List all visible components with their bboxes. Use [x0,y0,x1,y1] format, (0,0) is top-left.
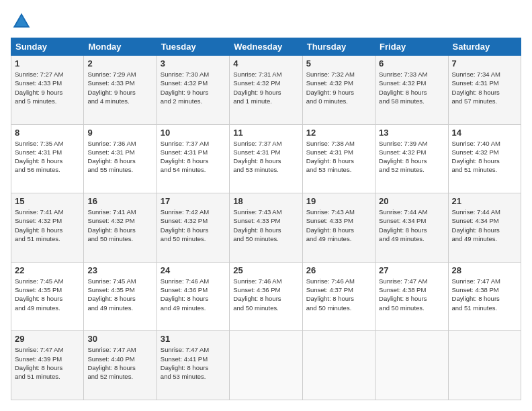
calendar-header-cell: Sunday [11,38,84,56]
day-number: 22 [15,265,80,275]
calendar-cell: 18Sunrise: 7:43 AM Sunset: 4:33 PM Dayli… [230,193,302,263]
day-info: Sunrise: 7:29 AM Sunset: 4:33 PM Dayligh… [87,70,152,105]
day-number: 13 [379,128,444,138]
day-info: Sunrise: 7:38 AM Sunset: 4:31 PM Dayligh… [306,139,371,175]
day-info: Sunrise: 7:27 AM Sunset: 4:33 PM Dayligh… [15,70,80,105]
day-info: Sunrise: 7:37 AM Sunset: 4:31 PM Dayligh… [161,139,226,175]
calendar-cell: 26Sunrise: 7:46 AM Sunset: 4:37 PM Dayli… [302,262,375,331]
calendar-cell: 7Sunrise: 7:34 AM Sunset: 4:31 PM Daylig… [448,56,521,125]
day-info: Sunrise: 7:44 AM Sunset: 4:34 PM Dayligh… [452,208,517,243]
calendar-cell: 2Sunrise: 7:29 AM Sunset: 4:33 PM Daylig… [84,56,157,125]
day-number: 8 [15,128,80,138]
calendar-cell: 12Sunrise: 7:38 AM Sunset: 4:31 PM Dayli… [302,124,375,193]
day-info: Sunrise: 7:39 AM Sunset: 4:32 PM Dayligh… [379,139,444,175]
day-number: 28 [452,265,517,275]
logo-icon [11,11,32,32]
day-info: Sunrise: 7:41 AM Sunset: 4:32 PM Dayligh… [87,208,152,243]
logo [11,11,35,32]
calendar-cell: 4Sunrise: 7:31 AM Sunset: 4:32 PM Daylig… [230,56,302,125]
calendar-cell: 8Sunrise: 7:35 AM Sunset: 4:31 PM Daylig… [11,124,84,193]
day-info: Sunrise: 7:47 AM Sunset: 4:40 PM Dayligh… [87,345,152,381]
calendar-cell: 9Sunrise: 7:36 AM Sunset: 4:31 PM Daylig… [84,124,157,193]
calendar-header-cell: Tuesday [157,38,229,56]
calendar-week-row: 1Sunrise: 7:27 AM Sunset: 4:33 PM Daylig… [11,56,521,125]
calendar-body: 1Sunrise: 7:27 AM Sunset: 4:33 PM Daylig… [11,56,521,400]
day-info: Sunrise: 7:43 AM Sunset: 4:33 PM Dayligh… [233,208,298,243]
day-number: 2 [87,58,152,68]
day-number: 7 [452,58,517,68]
day-info: Sunrise: 7:44 AM Sunset: 4:34 PM Dayligh… [379,208,444,243]
calendar-cell: 19Sunrise: 7:43 AM Sunset: 4:33 PM Dayli… [302,193,375,263]
calendar-cell: 29Sunrise: 7:47 AM Sunset: 4:39 PM Dayli… [11,331,84,400]
calendar: SundayMondayTuesdayWednesdayThursdayFrid… [11,38,521,400]
calendar-cell [448,331,521,400]
day-number: 14 [452,128,517,138]
calendar-cell: 15Sunrise: 7:41 AM Sunset: 4:32 PM Dayli… [11,193,84,263]
calendar-cell: 16Sunrise: 7:41 AM Sunset: 4:32 PM Dayli… [84,193,157,263]
day-info: Sunrise: 7:45 AM Sunset: 4:35 PM Dayligh… [87,277,152,312]
day-number: 12 [306,128,371,138]
calendar-week-row: 29Sunrise: 7:47 AM Sunset: 4:39 PM Dayli… [11,331,521,400]
day-info: Sunrise: 7:37 AM Sunset: 4:31 PM Dayligh… [233,139,298,175]
day-number: 18 [233,196,298,206]
day-number: 20 [379,196,444,206]
day-info: Sunrise: 7:47 AM Sunset: 4:41 PM Dayligh… [161,345,226,381]
calendar-cell: 25Sunrise: 7:46 AM Sunset: 4:36 PM Dayli… [230,262,302,331]
calendar-header-cell: Thursday [302,38,375,56]
day-info: Sunrise: 7:47 AM Sunset: 4:38 PM Dayligh… [452,277,517,312]
calendar-cell: 17Sunrise: 7:42 AM Sunset: 4:32 PM Dayli… [157,193,229,263]
calendar-cell: 24Sunrise: 7:46 AM Sunset: 4:36 PM Dayli… [157,262,229,331]
calendar-cell: 23Sunrise: 7:45 AM Sunset: 4:35 PM Dayli… [84,262,157,331]
calendar-week-row: 22Sunrise: 7:45 AM Sunset: 4:35 PM Dayli… [11,262,521,331]
day-number: 11 [233,128,298,138]
day-info: Sunrise: 7:30 AM Sunset: 4:32 PM Dayligh… [161,70,226,105]
day-number: 17 [161,196,226,206]
calendar-cell: 10Sunrise: 7:37 AM Sunset: 4:31 PM Dayli… [157,124,229,193]
day-info: Sunrise: 7:45 AM Sunset: 4:35 PM Dayligh… [15,277,80,312]
day-number: 31 [161,334,226,344]
day-number: 1 [15,58,80,68]
calendar-cell: 3Sunrise: 7:30 AM Sunset: 4:32 PM Daylig… [157,56,229,125]
day-number: 27 [379,265,444,275]
calendar-header-cell: Monday [84,38,157,56]
day-number: 30 [87,334,152,344]
day-number: 16 [87,196,152,206]
day-number: 4 [233,58,298,68]
day-number: 9 [87,128,152,138]
day-info: Sunrise: 7:32 AM Sunset: 4:32 PM Dayligh… [306,70,371,105]
day-number: 15 [15,196,80,206]
day-info: Sunrise: 7:36 AM Sunset: 4:31 PM Dayligh… [87,139,152,175]
day-number: 29 [15,334,80,344]
day-info: Sunrise: 7:34 AM Sunset: 4:31 PM Dayligh… [452,70,517,105]
day-number: 5 [306,58,371,68]
day-info: Sunrise: 7:33 AM Sunset: 4:32 PM Dayligh… [379,70,444,105]
calendar-cell: 21Sunrise: 7:44 AM Sunset: 4:34 PM Dayli… [448,193,521,263]
day-info: Sunrise: 7:47 AM Sunset: 4:39 PM Dayligh… [15,345,80,381]
day-info: Sunrise: 7:43 AM Sunset: 4:33 PM Dayligh… [306,208,371,243]
calendar-cell: 1Sunrise: 7:27 AM Sunset: 4:33 PM Daylig… [11,56,84,125]
calendar-cell: 11Sunrise: 7:37 AM Sunset: 4:31 PM Dayli… [230,124,302,193]
calendar-cell: 5Sunrise: 7:32 AM Sunset: 4:32 PM Daylig… [302,56,375,125]
day-info: Sunrise: 7:42 AM Sunset: 4:32 PM Dayligh… [161,208,226,243]
day-info: Sunrise: 7:46 AM Sunset: 4:37 PM Dayligh… [306,277,371,312]
calendar-header-cell: Friday [375,38,448,56]
calendar-cell: 30Sunrise: 7:47 AM Sunset: 4:40 PM Dayli… [84,331,157,400]
calendar-cell [230,331,302,400]
day-info: Sunrise: 7:46 AM Sunset: 4:36 PM Dayligh… [161,277,226,312]
calendar-header-row: SundayMondayTuesdayWednesdayThursdayFrid… [11,38,521,56]
header [11,11,521,32]
day-number: 10 [161,128,226,138]
day-info: Sunrise: 7:47 AM Sunset: 4:38 PM Dayligh… [379,277,444,312]
day-number: 6 [379,58,444,68]
day-number: 23 [87,265,152,275]
calendar-week-row: 15Sunrise: 7:41 AM Sunset: 4:32 PM Dayli… [11,193,521,263]
day-number: 21 [452,196,517,206]
day-number: 3 [161,58,226,68]
calendar-header-cell: Wednesday [230,38,302,56]
calendar-cell: 20Sunrise: 7:44 AM Sunset: 4:34 PM Dayli… [375,193,448,263]
day-info: Sunrise: 7:31 AM Sunset: 4:32 PM Dayligh… [233,70,298,105]
day-number: 19 [306,196,371,206]
day-info: Sunrise: 7:35 AM Sunset: 4:31 PM Dayligh… [15,139,80,175]
calendar-cell: 14Sunrise: 7:40 AM Sunset: 4:32 PM Dayli… [448,124,521,193]
calendar-cell: 6Sunrise: 7:33 AM Sunset: 4:32 PM Daylig… [375,56,448,125]
